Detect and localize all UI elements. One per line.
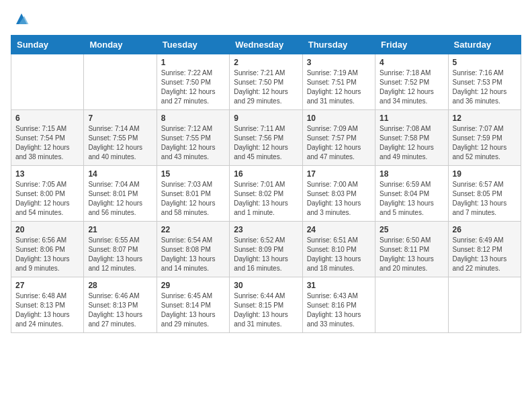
calendar-week-row: 27Sunrise: 6:48 AM Sunset: 8:13 PM Dayli… [11,277,521,333]
day-info: Sunrise: 6:54 AM Sunset: 8:08 PM Dayligh… [161,236,225,273]
calendar-cell: 28Sunrise: 6:46 AM Sunset: 8:13 PM Dayli… [84,277,157,333]
day-number: 29 [161,281,225,290]
day-number: 19 [453,169,517,179]
logo [11,11,30,27]
day-number: 4 [380,58,443,67]
day-number: 25 [380,225,443,234]
calendar-cell: 9Sunrise: 7:11 AM Sunset: 7:56 PM Daylig… [230,110,302,166]
day-of-week-header: Wednesday [230,36,302,54]
calendar-week-row: 20Sunrise: 6:56 AM Sunset: 8:06 PM Dayli… [11,222,521,277]
day-number: 18 [380,169,443,179]
day-info: Sunrise: 6:49 AM Sunset: 8:12 PM Dayligh… [453,236,517,273]
page-header [11,11,521,27]
calendar-week-row: 6Sunrise: 7:15 AM Sunset: 7:54 PM Daylig… [11,110,521,166]
day-number: 22 [161,225,225,234]
day-number: 13 [15,169,79,179]
calendar-cell: 14Sunrise: 7:04 AM Sunset: 8:01 PM Dayli… [84,166,157,222]
day-number: 2 [234,58,298,67]
calendar-cell: 10Sunrise: 7:09 AM Sunset: 7:57 PM Dayli… [302,110,375,166]
calendar-cell: 7Sunrise: 7:14 AM Sunset: 7:55 PM Daylig… [84,110,157,166]
day-number: 14 [88,169,152,179]
day-number: 21 [88,225,152,234]
calendar-cell: 4Sunrise: 7:18 AM Sunset: 7:52 PM Daylig… [375,54,448,110]
calendar-cell: 6Sunrise: 7:15 AM Sunset: 7:54 PM Daylig… [11,110,84,166]
day-number: 28 [88,281,152,290]
day-number: 9 [234,113,298,123]
day-number: 7 [88,113,152,123]
day-info: Sunrise: 7:03 AM Sunset: 8:01 PM Dayligh… [161,180,225,218]
day-number: 30 [234,281,298,290]
day-info: Sunrise: 7:05 AM Sunset: 8:00 PM Dayligh… [15,180,79,218]
day-info: Sunrise: 6:50 AM Sunset: 8:11 PM Dayligh… [380,236,443,273]
day-number: 12 [453,113,517,123]
calendar-cell: 17Sunrise: 7:00 AM Sunset: 8:03 PM Dayli… [302,166,375,222]
day-number: 20 [15,225,79,234]
day-info: Sunrise: 6:57 AM Sunset: 8:05 PM Dayligh… [453,180,517,218]
day-number: 3 [307,58,371,67]
calendar-cell: 31Sunrise: 6:43 AM Sunset: 8:16 PM Dayli… [302,277,375,333]
day-number: 15 [161,169,225,179]
day-info: Sunrise: 7:12 AM Sunset: 7:55 PM Dayligh… [161,124,225,162]
calendar-week-row: 1Sunrise: 7:22 AM Sunset: 7:50 PM Daylig… [11,54,521,110]
day-number: 27 [15,281,79,290]
day-number: 1 [161,58,225,67]
day-info: Sunrise: 7:07 AM Sunset: 7:59 PM Dayligh… [453,124,517,162]
day-info: Sunrise: 7:00 AM Sunset: 8:03 PM Dayligh… [307,180,371,218]
calendar-cell: 18Sunrise: 6:59 AM Sunset: 8:04 PM Dayli… [375,166,448,222]
day-info: Sunrise: 6:43 AM Sunset: 8:16 PM Dayligh… [307,291,371,329]
calendar-cell: 8Sunrise: 7:12 AM Sunset: 7:55 PM Daylig… [157,110,229,166]
day-number: 6 [15,113,79,123]
day-of-week-header: Monday [84,36,157,54]
calendar-cell: 24Sunrise: 6:51 AM Sunset: 8:10 PM Dayli… [302,222,375,277]
day-info: Sunrise: 6:44 AM Sunset: 8:15 PM Dayligh… [234,291,298,329]
day-number: 23 [234,225,298,234]
day-number: 5 [453,58,517,67]
day-number: 31 [307,281,371,290]
day-info: Sunrise: 6:55 AM Sunset: 8:07 PM Dayligh… [88,236,152,273]
logo-icon [13,11,30,27]
calendar-cell: 30Sunrise: 6:44 AM Sunset: 8:15 PM Dayli… [230,277,302,333]
calendar-cell: 13Sunrise: 7:05 AM Sunset: 8:00 PM Dayli… [11,166,84,222]
day-number: 16 [234,169,298,179]
calendar-cell: 25Sunrise: 6:50 AM Sunset: 8:11 PM Dayli… [375,222,448,277]
day-of-week-header: Tuesday [157,36,229,54]
day-info: Sunrise: 7:16 AM Sunset: 7:53 PM Dayligh… [453,68,517,106]
calendar-table: SundayMondayTuesdayWednesdayThursdayFrid… [11,35,521,333]
day-info: Sunrise: 7:22 AM Sunset: 7:50 PM Dayligh… [161,68,225,106]
day-info: Sunrise: 7:08 AM Sunset: 7:58 PM Dayligh… [380,124,443,162]
calendar-cell: 2Sunrise: 7:21 AM Sunset: 7:50 PM Daylig… [230,54,302,110]
day-info: Sunrise: 7:15 AM Sunset: 7:54 PM Dayligh… [15,124,79,162]
day-info: Sunrise: 6:46 AM Sunset: 8:13 PM Dayligh… [88,291,152,329]
day-number: 24 [307,225,371,234]
calendar-cell: 29Sunrise: 6:45 AM Sunset: 8:14 PM Dayli… [157,277,229,333]
calendar-cell [84,54,157,110]
calendar-cell: 11Sunrise: 7:08 AM Sunset: 7:58 PM Dayli… [375,110,448,166]
day-info: Sunrise: 7:14 AM Sunset: 7:55 PM Dayligh… [88,124,152,162]
calendar-cell: 26Sunrise: 6:49 AM Sunset: 8:12 PM Dayli… [448,222,521,277]
day-info: Sunrise: 7:18 AM Sunset: 7:52 PM Dayligh… [380,68,443,106]
day-info: Sunrise: 6:56 AM Sunset: 8:06 PM Dayligh… [15,236,79,273]
day-number: 26 [453,225,517,234]
calendar-cell: 27Sunrise: 6:48 AM Sunset: 8:13 PM Dayli… [11,277,84,333]
calendar-cell: 22Sunrise: 6:54 AM Sunset: 8:08 PM Dayli… [157,222,229,277]
calendar-cell: 23Sunrise: 6:52 AM Sunset: 8:09 PM Dayli… [230,222,302,277]
day-info: Sunrise: 6:45 AM Sunset: 8:14 PM Dayligh… [161,291,225,329]
day-of-week-header: Friday [375,36,448,54]
day-number: 17 [307,169,371,179]
day-of-week-header: Saturday [448,36,521,54]
calendar-cell: 20Sunrise: 6:56 AM Sunset: 8:06 PM Dayli… [11,222,84,277]
calendar-cell: 21Sunrise: 6:55 AM Sunset: 8:07 PM Dayli… [84,222,157,277]
calendar-cell: 16Sunrise: 7:01 AM Sunset: 8:02 PM Dayli… [230,166,302,222]
day-number: 10 [307,113,371,123]
day-info: Sunrise: 7:04 AM Sunset: 8:01 PM Dayligh… [88,180,152,218]
day-number: 8 [161,113,225,123]
day-number: 11 [380,113,443,123]
day-info: Sunrise: 6:51 AM Sunset: 8:10 PM Dayligh… [307,236,371,273]
calendar-cell: 15Sunrise: 7:03 AM Sunset: 8:01 PM Dayli… [157,166,229,222]
calendar-cell: 12Sunrise: 7:07 AM Sunset: 7:59 PM Dayli… [448,110,521,166]
day-info: Sunrise: 6:48 AM Sunset: 8:13 PM Dayligh… [15,291,79,329]
calendar-cell [11,54,84,110]
day-info: Sunrise: 7:21 AM Sunset: 7:50 PM Dayligh… [234,68,298,106]
calendar-header-row: SundayMondayTuesdayWednesdayThursdayFrid… [11,36,521,54]
day-of-week-header: Sunday [11,36,84,54]
